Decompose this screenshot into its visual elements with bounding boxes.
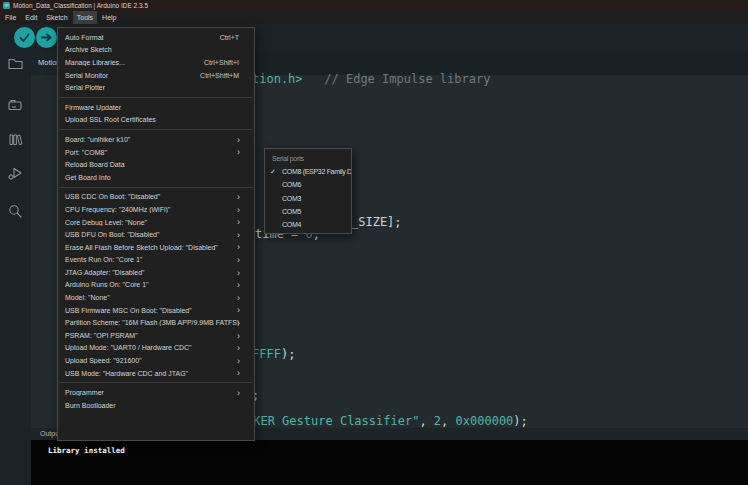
menu-separator bbox=[59, 129, 253, 130]
tools-menu-item[interactable]: Arduino Runs On: "Core 1"› bbox=[58, 279, 254, 292]
tools-menu-item[interactable]: Upload Mode: "UART0 / Hardware CDC"› bbox=[58, 342, 254, 355]
tools-menu-item[interactable]: Archive Sketch bbox=[58, 44, 254, 57]
chevron-right-icon: › bbox=[237, 135, 240, 145]
chevron-right-icon: › bbox=[237, 192, 240, 202]
title-bar: ∞ Motion_Data_Classification | Arduino I… bbox=[0, 0, 748, 11]
check-icon: ✓ bbox=[270, 168, 282, 176]
tools-menu-item[interactable]: Port: "COM8"› bbox=[58, 146, 254, 159]
menubar-item-sketch[interactable]: Sketch bbox=[42, 11, 71, 24]
library-manager-icon[interactable] bbox=[7, 131, 24, 148]
chevron-right-icon: › bbox=[237, 147, 240, 157]
tools-menu-item[interactable]: USB Firmware MSC On Boot: "Disabled"› bbox=[58, 304, 254, 317]
search-icon[interactable] bbox=[7, 203, 24, 220]
submenu-header: Serial ports bbox=[265, 152, 351, 165]
boards-manager-icon[interactable] bbox=[7, 97, 24, 114]
chevron-right-icon: › bbox=[237, 280, 240, 290]
port-submenu: Serial ports✓COM8 (ESP32 Family Device)C… bbox=[264, 148, 352, 234]
menu-separator bbox=[59, 187, 253, 188]
tools-menu-item[interactable]: Auto FormatCtrl+T bbox=[58, 31, 254, 44]
chevron-right-icon: › bbox=[237, 293, 240, 303]
port-option[interactable]: ✓COM8 (ESP32 Family Device) bbox=[265, 165, 351, 178]
menubar-item-edit[interactable]: Edit bbox=[21, 11, 41, 24]
verify-button[interactable] bbox=[14, 27, 35, 48]
menubar-item-help[interactable]: Help bbox=[98, 11, 120, 24]
sketchbook-folder-icon[interactable] bbox=[7, 55, 24, 72]
window-title: Motion_Data_Classification | Arduino IDE… bbox=[13, 0, 148, 11]
tools-menu-item[interactable]: JTAG Adapter: "Disabled"› bbox=[58, 266, 254, 279]
menubar: FileEditSketchToolsHelp bbox=[0, 11, 748, 24]
chevron-right-icon: › bbox=[237, 331, 240, 341]
tools-menu-item[interactable]: Erase All Flash Before Sketch Upload: "D… bbox=[58, 241, 254, 254]
tools-menu-item[interactable]: Upload Speed: "921600"› bbox=[58, 354, 254, 367]
chevron-right-icon: › bbox=[237, 255, 240, 265]
menu-separator bbox=[59, 382, 253, 383]
arduino-app-icon: ∞ bbox=[3, 2, 10, 9]
tools-menu-item[interactable]: Model: "None"› bbox=[58, 291, 254, 304]
debug-icon[interactable] bbox=[7, 165, 24, 182]
chevron-right-icon: › bbox=[237, 388, 240, 398]
port-option[interactable]: COM4 bbox=[265, 218, 351, 231]
chevron-right-icon: › bbox=[237, 217, 240, 227]
tools-menu-item[interactable]: Serial Plotter bbox=[58, 81, 254, 94]
chevron-right-icon: › bbox=[237, 343, 240, 353]
tools-menu-item[interactable]: Serial MonitorCtrl+Shift+M bbox=[58, 69, 254, 82]
chevron-right-icon: › bbox=[237, 318, 240, 328]
chevron-right-icon: › bbox=[237, 305, 240, 315]
tools-menu-item[interactable]: PSRAM: "OPI PSRAM"› bbox=[58, 329, 254, 342]
chevron-right-icon: › bbox=[237, 268, 240, 278]
tools-menu-item[interactable]: Programmer› bbox=[58, 386, 254, 399]
arrow-right-icon bbox=[40, 31, 53, 44]
tools-menu-item[interactable]: Burn Bootloader bbox=[58, 399, 254, 412]
port-option[interactable]: COM6 bbox=[265, 178, 351, 191]
activity-bar bbox=[0, 52, 31, 485]
tools-menu-item[interactable]: CPU Frequency: "240MHz (WiFi)"› bbox=[58, 203, 254, 216]
tools-menu-item[interactable]: Core Debug Level: "None"› bbox=[58, 216, 254, 229]
chevron-right-icon: › bbox=[237, 356, 240, 366]
menubar-item-file[interactable]: File bbox=[1, 11, 20, 24]
tools-menu-item[interactable]: USB Mode: "Hardware CDC and JTAG"› bbox=[58, 367, 254, 380]
chevron-right-icon: › bbox=[237, 368, 240, 378]
port-option[interactable]: COM5 bbox=[265, 205, 351, 218]
menu-separator bbox=[59, 97, 253, 98]
console-message: Library installed bbox=[48, 446, 125, 455]
tools-menu-item[interactable]: Upload SSL Root Certificates bbox=[58, 114, 254, 127]
tools-menu-item[interactable]: USB CDC On Boot: "Disabled"› bbox=[58, 191, 254, 204]
menubar-item-tools[interactable]: Tools bbox=[73, 11, 97, 24]
tools-menu-item[interactable]: Events Run On: "Core 1"› bbox=[58, 254, 254, 267]
tools-menu-item[interactable]: Manage Libraries...Ctrl+Shift+I bbox=[58, 56, 254, 69]
tools-menu-item[interactable]: Get Board Info bbox=[58, 171, 254, 184]
port-option[interactable]: COM3 bbox=[265, 192, 351, 205]
tools-menu-item[interactable]: USB DFU On Boot: "Disabled"› bbox=[58, 228, 254, 241]
output-console[interactable]: Library installed bbox=[31, 440, 748, 485]
tools-menu-item[interactable]: Reload Board Data bbox=[58, 158, 254, 171]
tools-menu-item[interactable]: Partition Scheme: "16M Flash (3MB APP/9.… bbox=[58, 316, 254, 329]
check-icon bbox=[18, 31, 31, 44]
tools-menu: Auto FormatCtrl+TArchive SketchManage Li… bbox=[57, 27, 255, 441]
chevron-right-icon: › bbox=[237, 230, 240, 240]
tools-menu-item[interactable]: Board: "unihiker k10"› bbox=[58, 133, 254, 146]
chevron-right-icon: › bbox=[237, 205, 240, 215]
tools-menu-item[interactable]: Firmware Updater bbox=[58, 101, 254, 114]
chevron-right-icon: › bbox=[237, 242, 240, 252]
upload-button[interactable] bbox=[36, 27, 57, 48]
